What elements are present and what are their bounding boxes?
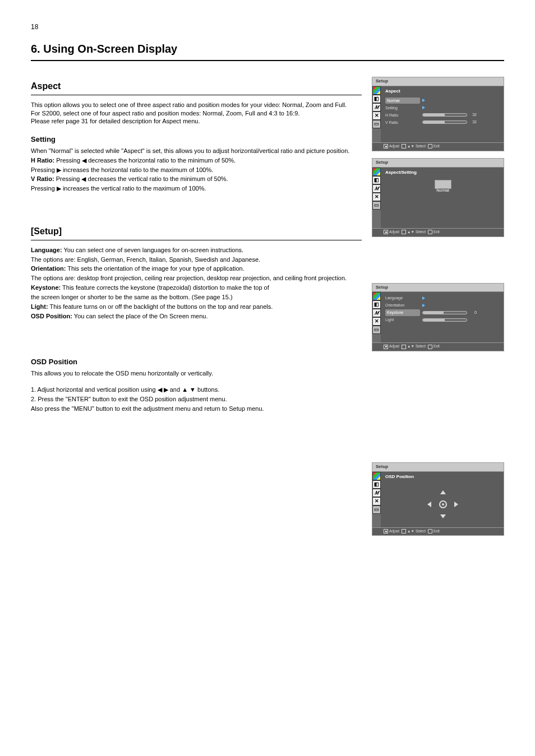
osd-footer: Adjust ▲▼Select Exit xyxy=(372,228,504,236)
footer-adjust-label: Adjust xyxy=(389,230,399,235)
keystone-value: 0 xyxy=(474,310,477,315)
button-icon xyxy=(428,230,432,234)
osdpos-step-1: 1. Adjust horizontal and vertical positi… xyxy=(31,386,362,394)
setup-block: Language: You can select one of seven la… xyxy=(31,246,362,321)
footer-select-hint: ▲▼ xyxy=(407,529,414,534)
options-tab-icon[interactable]: ✕ xyxy=(372,112,381,120)
setup-heading: [Setup] xyxy=(31,225,362,240)
options-tab-icon[interactable]: ✕ xyxy=(372,193,381,201)
button-icon xyxy=(428,345,432,349)
osd-row-normal[interactable]: Normal xyxy=(385,97,500,104)
osdpos-step-3: Also press the "MENU" button to exit the… xyxy=(31,405,362,413)
osd-row-setting[interactable]: Setting xyxy=(385,104,500,112)
aspect-tab-icon[interactable]: ◧ xyxy=(372,95,381,103)
info-tab-icon[interactable]: ▭ xyxy=(372,326,381,334)
footer-adjust-label: Adjust xyxy=(389,344,399,349)
light-slider[interactable] xyxy=(422,318,467,322)
osd-footer: Adjust ▲▼Select Exit xyxy=(372,527,504,536)
osd-footer: Adjust ▲▼Select Exit xyxy=(372,342,504,351)
osd-setup-top: Setup xyxy=(372,284,504,293)
osd-row-normal-label: Normal xyxy=(385,98,420,104)
options-tab-icon[interactable]: ✕ xyxy=(372,317,381,326)
osd-setup-panel: Setup ◧ 𝑀 ✕ ▭ Language xyxy=(372,283,504,352)
picture-tab-icon[interactable] xyxy=(372,292,381,300)
aspect-tab-icon[interactable]: ◧ xyxy=(372,176,381,184)
aspect-tab-icon[interactable]: ◧ xyxy=(372,300,381,309)
footer-select: ▲▼Select xyxy=(402,230,426,235)
osd-position-top: Setup xyxy=(372,463,504,472)
vratio-slider[interactable]: 32 xyxy=(422,120,467,124)
setup-line-7: OSD Position: You can select the place o… xyxy=(31,312,362,321)
osd-setting-top: Setup xyxy=(372,159,504,168)
osd-row-keystone-label: Keystone xyxy=(385,309,420,316)
aspect-line-3-title: V Ratio: xyxy=(31,175,54,182)
info-tab-icon[interactable]: ▭ xyxy=(372,201,381,210)
keystone-slider[interactable]: 0 xyxy=(422,311,467,314)
arrow-right-icon xyxy=(422,106,425,109)
hratio-slider[interactable]: 32 xyxy=(422,113,467,117)
osd-row-keystone[interactable]: Keystone 0 xyxy=(385,309,500,316)
aspect-setting-block: When "Normal" is selected while "Aspect"… xyxy=(31,147,362,193)
setup-tab-icon[interactable]: 𝑀 xyxy=(372,103,381,112)
osd-row-language[interactable]: Language xyxy=(385,294,500,302)
aspect-line-0: When "Normal" is selected while "Aspect"… xyxy=(31,147,362,155)
footer-exit: Exit xyxy=(428,529,440,534)
footer-select: ▲▼Select xyxy=(402,529,426,534)
dpad-control[interactable] xyxy=(385,483,500,526)
info-tab-icon[interactable]: ▭ xyxy=(372,120,381,128)
setup-tab-icon[interactable]: 𝑀 xyxy=(372,309,381,317)
osd-row-hratio[interactable]: H Ratio 32 xyxy=(385,112,500,119)
button-icon xyxy=(384,144,388,149)
footer-select-label: Select xyxy=(416,144,426,149)
button-icon xyxy=(428,144,432,149)
arrow-right-icon xyxy=(422,304,425,307)
setup-line-6-body: This feature turns on or off the backlig… xyxy=(49,303,273,310)
aspect-line-0-body: When "Normal" is selected while "Aspect"… xyxy=(31,147,349,154)
osd-row-orientation[interactable]: Orientation xyxy=(385,302,500,309)
picture-tab-icon[interactable] xyxy=(372,472,381,480)
setup-tab-icon[interactable]: 𝑀 xyxy=(372,184,381,193)
osd-row-light[interactable]: Light xyxy=(385,316,500,323)
button-icon xyxy=(402,144,406,149)
osdpos-steps: 1. Adjust horizontal and vertical positi… xyxy=(31,386,362,413)
button-icon xyxy=(402,345,406,349)
setup-line-7-body: You can select the place of the On Scree… xyxy=(74,313,208,319)
osd-row-vratio[interactable]: V Ratio 32 xyxy=(385,119,500,126)
osd-tab-icons: ◧ 𝑀 ✕ ▭ xyxy=(372,86,381,142)
aspect-setting-subheading: Setting xyxy=(31,134,362,145)
osd-tab-icons: ◧ 𝑀 ✕ ▭ xyxy=(372,168,381,228)
aspect-line-1: H Ratio: Pressing ◀ decreases the horizo… xyxy=(31,156,362,165)
osd-row-setting-label: Setting xyxy=(385,105,420,110)
info-tab-icon[interactable]: ▭ xyxy=(372,505,381,514)
aspect-line-4-body: Pressing ▶ increases the vertical ratio … xyxy=(31,185,206,192)
picture-tab-icon[interactable] xyxy=(372,86,381,95)
setup-line-1: The options are: English, German, French… xyxy=(31,256,362,264)
picture-tab-icon[interactable] xyxy=(372,168,381,176)
button-icon xyxy=(402,529,406,534)
setup-line-3: The options are: desktop front projectio… xyxy=(31,274,362,282)
footer-adjust-label: Adjust xyxy=(389,529,399,534)
arrow-right-icon xyxy=(422,99,425,102)
aspect-tab-icon[interactable]: ◧ xyxy=(372,480,381,489)
aspect-summary-pre: This option allows you to select one of … xyxy=(31,101,282,108)
setup-line-2: Orientation: This sets the orientation o… xyxy=(31,265,362,273)
footer-adjust: Adjust xyxy=(384,230,399,235)
setup-line-7-title: OSD Position: xyxy=(31,313,72,319)
button-icon xyxy=(384,529,388,534)
options-tab-icon[interactable]: ✕ xyxy=(372,497,381,505)
aspect-summary: This option allows you to select one of … xyxy=(31,101,362,126)
setup-line-6: Light: This feature turns on or off the … xyxy=(31,303,362,311)
setup-line-0-body: You can select one of seven languages fo… xyxy=(63,247,243,253)
aspect-line-1-title: H Ratio: xyxy=(31,157,54,164)
osd-row-orientation-label: Orientation xyxy=(385,303,420,308)
osd-aspect-title: Aspect xyxy=(385,89,500,95)
setup-line-4-title: Keystone: xyxy=(31,284,61,291)
osd-aspect-top: Setup xyxy=(372,77,504,86)
aspect-heading: Aspect xyxy=(31,80,362,95)
setup-line-6-title: Light: xyxy=(31,303,48,310)
footer-exit: Exit xyxy=(428,344,440,349)
setup-tab-icon[interactable]: 𝑀 xyxy=(372,489,381,497)
setup-line-4-body: This feature corrects the keystone (trap… xyxy=(62,284,269,291)
osdpos-intro: This allows you to relocate the OSD menu… xyxy=(31,369,362,378)
footer-select-label: Select xyxy=(416,344,426,349)
